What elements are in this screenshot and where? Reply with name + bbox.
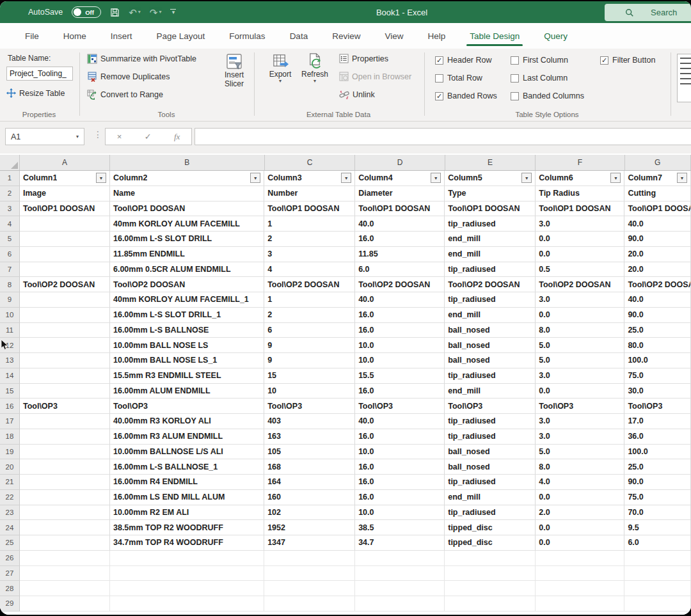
cell-E24[interactable]: tipped_disc bbox=[445, 520, 536, 535]
cell-G18[interactable]: 36.0 bbox=[624, 429, 691, 445]
cell-E15[interactable]: end_mill bbox=[445, 384, 536, 399]
row-header-13[interactable]: 13 bbox=[0, 353, 20, 368]
tab-review[interactable]: Review bbox=[320, 23, 372, 49]
redo-icon[interactable]: ↷▾ bbox=[150, 8, 162, 17]
cell-G8[interactable]: Tool\OP2 DOOSAN bbox=[624, 277, 691, 292]
cell-D6[interactable]: 11.85 bbox=[355, 247, 445, 262]
cell-A18[interactable] bbox=[20, 429, 110, 445]
cell-F5[interactable]: 0.0 bbox=[536, 232, 624, 247]
row-header-8[interactable]: 8 bbox=[0, 277, 20, 292]
cell-C5[interactable]: 2 bbox=[264, 232, 355, 247]
cell-G27[interactable] bbox=[624, 566, 691, 581]
cell-D15[interactable]: 16.0 bbox=[355, 384, 445, 399]
cell-G24[interactable]: 9.5 bbox=[624, 520, 691, 535]
cell-C19[interactable]: 105 bbox=[264, 445, 355, 460]
cell-G4[interactable]: 40.0 bbox=[624, 216, 691, 232]
cell-E14[interactable]: tip_radiused bbox=[445, 368, 536, 384]
cell-C24[interactable]: 1952 bbox=[264, 520, 355, 535]
tab-formulas[interactable]: Formulas bbox=[217, 23, 277, 49]
row-header-23[interactable]: 23 bbox=[0, 505, 20, 521]
resize-table-button[interactable]: Resize Table bbox=[6, 88, 65, 98]
row-header-26[interactable]: 26 bbox=[0, 551, 20, 566]
cell-D24[interactable]: 38.5 bbox=[355, 520, 445, 535]
cell-B28[interactable] bbox=[110, 581, 264, 596]
filter-dropdown-button[interactable]: ▼ bbox=[677, 173, 687, 183]
insert-function-icon[interactable]: fx bbox=[174, 132, 180, 142]
cell-F2[interactable]: Tip Radius bbox=[536, 186, 624, 201]
cell-G9[interactable]: 40.0 bbox=[624, 292, 691, 308]
cell-E13[interactable]: ball_nosed bbox=[445, 353, 536, 368]
cell-A13[interactable] bbox=[20, 353, 110, 368]
cell-B21[interactable]: 16.00mm R4 ENDMILL bbox=[110, 475, 264, 490]
cell-B23[interactable]: 10.00mm R2 EM ALI bbox=[110, 505, 264, 521]
cell-G5[interactable]: 90.0 bbox=[624, 232, 691, 247]
row-header-10[interactable]: 10 bbox=[0, 308, 20, 323]
cell-G7[interactable]: 20.0 bbox=[624, 262, 691, 278]
formula-bar-handle[interactable]: ⋮ bbox=[93, 129, 102, 139]
cell-A8[interactable]: Tool\OP2 DOOSAN bbox=[20, 277, 110, 292]
cell-E29[interactable] bbox=[445, 596, 536, 612]
column-header-B[interactable]: B bbox=[110, 155, 265, 170]
cell-D18[interactable]: 16.0 bbox=[355, 429, 445, 445]
cell-C4[interactable]: 1 bbox=[264, 216, 355, 232]
undo-icon[interactable]: ↶▾ bbox=[129, 8, 141, 17]
tab-data[interactable]: Data bbox=[278, 23, 321, 49]
cell-D2[interactable]: Diameter bbox=[355, 186, 445, 201]
cell-B15[interactable]: 16.00mm ALUM ENDMILL bbox=[110, 384, 264, 399]
tab-view[interactable]: View bbox=[372, 23, 415, 49]
cell-A15[interactable] bbox=[20, 384, 110, 399]
cell-E8[interactable]: Tool\OP2 DOOSAN bbox=[445, 277, 536, 292]
row-header-11[interactable]: 11 bbox=[0, 323, 20, 338]
filter-dropdown-button[interactable]: ▼ bbox=[521, 173, 532, 183]
cell-A20[interactable] bbox=[20, 459, 110, 475]
open-in-browser-button[interactable]: Open in Browser bbox=[339, 72, 411, 81]
unlink-button[interactable]: Unlink bbox=[339, 90, 375, 100]
cell-F25[interactable]: 0.0 bbox=[536, 535, 624, 551]
cell-D19[interactable]: 10.0 bbox=[355, 445, 445, 460]
cell-E16[interactable]: Tool\OP3 bbox=[445, 399, 536, 414]
cell-E5[interactable]: end_mill bbox=[445, 232, 536, 247]
cell-A6[interactable] bbox=[20, 247, 110, 262]
cell-G1[interactable]: Column7▼ bbox=[624, 171, 691, 186]
cell-G21[interactable]: 90.0 bbox=[624, 475, 691, 490]
cell-C15[interactable]: 10 bbox=[264, 384, 355, 399]
cell-D1[interactable]: Column4▼ bbox=[355, 171, 445, 186]
cell-B8[interactable]: Tool\OP2 DOOSAN bbox=[110, 277, 264, 292]
cell-G6[interactable]: 20.0 bbox=[624, 247, 691, 262]
row-header-18[interactable]: 18 bbox=[0, 429, 20, 445]
cell-B16[interactable]: Tool\OP3 bbox=[110, 399, 264, 414]
row-header-21[interactable]: 21 bbox=[0, 475, 20, 490]
cell-A4[interactable] bbox=[20, 216, 110, 232]
formula-input[interactable] bbox=[195, 128, 691, 145]
cell-A28[interactable] bbox=[20, 581, 110, 596]
cell-F23[interactable]: 2.0 bbox=[536, 505, 624, 521]
cell-G29[interactable] bbox=[624, 596, 691, 612]
cell-D25[interactable]: 34.7 bbox=[355, 535, 445, 551]
cell-D3[interactable]: Tool\OP1 DOOSAN bbox=[355, 201, 445, 217]
cell-F26[interactable] bbox=[536, 551, 624, 566]
row-header-28[interactable]: 28 bbox=[0, 581, 20, 596]
cell-B4[interactable]: 40mm KORLOY ALUM FACEMILL bbox=[110, 216, 264, 232]
cell-A9[interactable] bbox=[20, 292, 110, 308]
cell-G17[interactable]: 17.0 bbox=[624, 414, 691, 429]
cell-D26[interactable] bbox=[355, 551, 445, 566]
cell-B14[interactable]: 15.5mm R3 ENDMILL STEEL bbox=[110, 368, 264, 384]
table-name-input[interactable] bbox=[6, 67, 73, 81]
filter-dropdown-button[interactable]: ▼ bbox=[431, 173, 441, 183]
cell-F18[interactable]: 3.0 bbox=[536, 429, 624, 445]
cell-G20[interactable]: 25.0 bbox=[624, 459, 691, 475]
cell-B18[interactable]: 16.00mm R3 ALUM ENDMILL bbox=[110, 429, 264, 445]
cell-G15[interactable]: 30.0 bbox=[624, 384, 691, 399]
row-header-16[interactable]: 16 bbox=[0, 399, 20, 414]
row-header-5[interactable]: 5 bbox=[0, 232, 20, 247]
cell-A24[interactable] bbox=[20, 520, 110, 535]
cell-D11[interactable]: 16.0 bbox=[355, 323, 445, 338]
cell-E1[interactable]: Column5▼ bbox=[445, 171, 536, 186]
cell-B12[interactable]: 10.00mm BALL NOSE LS bbox=[110, 338, 264, 353]
cell-D7[interactable]: 6.0 bbox=[355, 262, 445, 278]
row-header-17[interactable]: 17 bbox=[0, 414, 20, 429]
row-header-19[interactable]: 19 bbox=[0, 445, 20, 460]
cell-F17[interactable]: 3.0 bbox=[536, 414, 624, 429]
cell-C20[interactable]: 168 bbox=[264, 459, 355, 475]
checkbox-filter-button[interactable]: ✓Filter Button bbox=[600, 54, 655, 67]
